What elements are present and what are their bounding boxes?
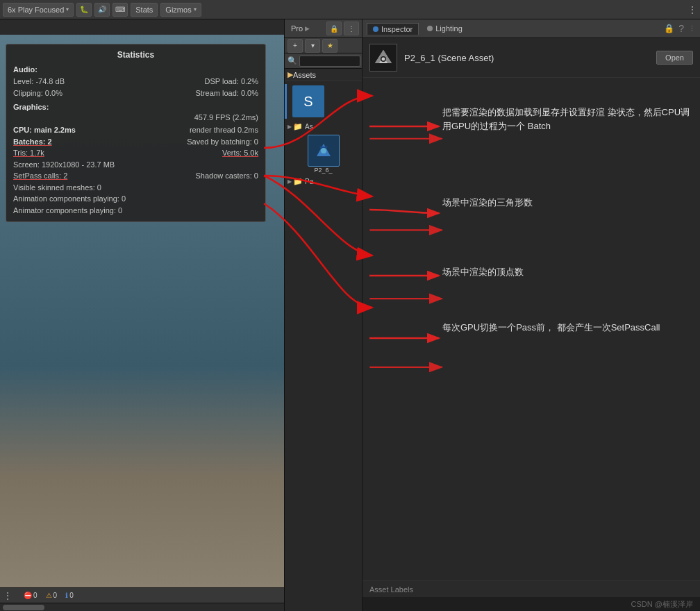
annotation-text-4: 每次GPU切换一个Pass前， 都会产生一次SetPassCall [442,321,693,335]
cpu-text: CPU: main 2.2ms [13,124,76,136]
dsp-load-text: DSP load: 0.2% [205,76,258,87]
stream-load-text: Stream load: 0.0% [196,87,259,99]
project-content: S ▶ 📁 As P [285,81,362,611]
graphics-label: Graphics: [13,103,258,111]
saved-batching-text: Saved by batching: 0 [187,136,258,148]
inspector-tab-label: Inspector [381,25,412,33]
project-actions-bar: + ▾ ★ [285,38,362,53]
statistics-title: Statistics [13,50,258,60]
annotation-text-3: 场景中渲染的顶点数 [442,265,693,279]
folder-icon-as: 📁 [293,122,303,131]
info-button[interactable]: ℹ 0 [62,592,76,599]
render-thread-text: render thread 0.2ms [190,124,258,136]
error-count: 0 [33,592,38,599]
scroll-thumb[interactable] [3,605,44,610]
assets-label: Assets [293,71,316,79]
annotation-text-2: 场景中渲染的三角形数 [442,196,693,210]
audio-level-row: Level: -74.8 dB DSP load: 0.2% [13,76,258,87]
annotation-text-1: 把需要渲染的数据加载到显存并设置好渲 染状态，然后CPU调用GPU的过程为一个 … [442,106,693,133]
tree-item-as[interactable]: ▶ 📁 As [285,122,316,132]
project-search-input[interactable] [299,56,360,67]
inspector-more-icon[interactable]: ⋮ [688,24,696,33]
inspector-tab[interactable]: Inspector [367,23,419,35]
lighting-tab[interactable]: Lighting [422,23,468,34]
warning-icon: ⚠ [46,592,52,599]
warning-count: 0 [53,592,58,599]
assets-header: ▶ Assets [285,69,362,81]
unity-scene-item[interactable]: P2_6_ [285,132,362,176]
scrollbar-area[interactable] [0,603,284,611]
project-more-button[interactable]: ⋮ [344,22,359,35]
error-icon: ⛔ [24,592,32,599]
folder-label-as: As [305,123,313,131]
main-layout: Statistics Audio: Level: -74.8 dB DSP lo… [0,19,700,611]
clipping-text: Clipping: 0.0% [13,87,62,99]
error-button[interactable]: ⛔ 0 [21,592,40,599]
statistics-panel: Statistics Audio: Level: -74.8 dB DSP lo… [6,44,266,222]
tree-item-pa[interactable]: ▶ 📁 Pa [285,176,316,187]
annotations-area: 把需要渲染的数据加载到显存并设置好渲 染状态，然后CPU调用GPU的过程为一个 … [362,78,700,580]
fps-text: 457.9 FPS (2.2ms) [194,113,258,122]
play-focused-label: Play Focused [18,6,65,14]
top-more-button[interactable]: ⋮ [688,4,697,15]
top-toolbar: 6x Play Focused ▾ 🐛 🔊 ⌨ Stats Gizmos ▾ ⋮ [0,0,700,19]
asset-name: P2_6_1 (Scene Asset) [404,53,494,63]
animation-text: Animation components playing: 0 [13,193,126,205]
fps-row: 457.9 FPS (2.2ms) [13,113,258,122]
play-focused-button[interactable]: 6x Play Focused ▾ [3,3,74,17]
right-panel: Inspector Lighting 🔒 ? ⋮ [362,19,700,611]
batches-row: Batches: 2 Saved by batching: 0 [13,136,258,148]
add-asset-button[interactable]: + [288,39,303,53]
svg-point-0 [321,148,326,153]
audio-label: Audio: [13,65,258,74]
asset-labels-text: Asset Labels [369,585,413,594]
batches-text: Batches: 2 [13,136,52,148]
tris-text: Tris: 1.7k [13,147,44,159]
cpu-row: CPU: main 2.2ms render thread 0.2ms [13,124,258,136]
asset-item-spine[interactable]: S [285,84,362,119]
setpass-row: SetPass calls: 2 Shadow casters: 0 [13,170,258,182]
middle-panel: Pro ▶ 🔒 ⋮ + ▾ ★ 🔍 ▶ Assets [285,19,362,611]
animator-text: Animator components playing: 0 [13,205,122,217]
sound-icon-button[interactable]: 🔊 [94,3,110,17]
open-button[interactable]: Open [656,51,693,65]
setpass-text: SetPass calls: 2 [13,170,67,182]
spine-asset-icon: S [292,85,324,117]
search-icon: 🔍 [288,56,297,65]
stats-button[interactable]: Stats [131,3,158,17]
keyboard-icon-button[interactable]: ⌨ [112,3,128,17]
warning-button[interactable]: ⚠ 0 [43,592,60,599]
screen-row: Screen: 1920x1080 - 23.7 MB [13,159,258,171]
project-dropdown-button[interactable]: ▾ [305,39,320,53]
lighting-tab-dot [427,26,433,31]
asset-labels-bar: Asset Labels [362,580,700,597]
gizmos-button[interactable]: Gizmos ▾ [160,3,201,17]
inspector-help-icon[interactable]: ? [678,23,684,34]
bug-icon-button[interactable]: 🐛 [76,3,92,17]
play-focused-zoom: 6x [8,6,16,14]
info-icon: ℹ [65,592,68,599]
info-count: 0 [69,592,74,599]
unity-logo-icon [369,44,397,72]
project-search-bar: 🔍 [285,53,362,69]
project-toolbar: Pro ▶ 🔒 ⋮ [285,19,362,38]
unity-scene-label: P2_6_ [314,167,332,174]
star-favorites-button[interactable]: ★ [322,39,338,53]
tris-row: Tris: 1.7k Verts: 5.0k [13,147,258,159]
watermark-text: CSDN @楠溪泽岸 [631,599,693,610]
play-focused-dropdown-arrow: ▾ [66,6,69,12]
animation-row: Animation components playing: 0 [13,193,258,205]
project-tab[interactable]: Pro ▶ [288,23,313,34]
svg-point-3 [382,58,385,61]
folder-label-pa: Pa [305,178,313,185]
audio-clipping-row: Clipping: 0.0% Stream load: 0.0% [13,87,258,99]
console-more-button[interactable]: ⋮ [3,590,12,601]
animator-row: Animator components playing: 0 [13,205,258,217]
lighting-tab-label: Lighting [435,24,462,33]
asset-info: P2_6_1 (Scene Asset) [404,53,494,63]
inspector-lock-icon[interactable]: 🔒 [664,24,674,33]
project-grid: S ▶ 📁 As P [285,81,362,190]
project-lock-button[interactable]: 🔒 [326,22,342,35]
verts-text: Verts: 5.0k [222,147,258,159]
screen-text: Screen: 1920x1080 - 23.7 MB [13,159,115,171]
